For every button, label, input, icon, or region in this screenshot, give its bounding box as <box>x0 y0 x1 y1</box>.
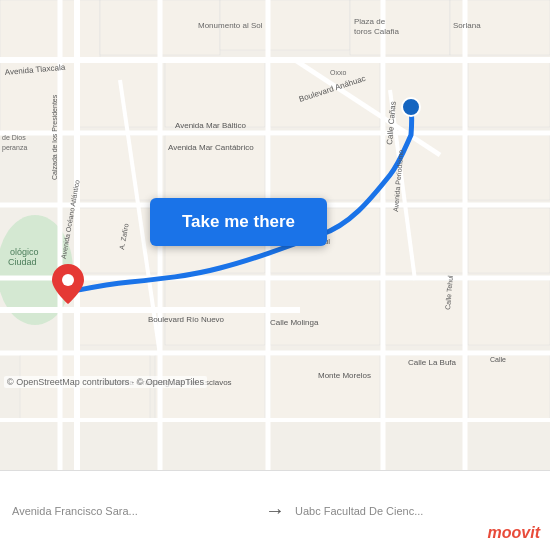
svg-rect-23 <box>385 208 465 273</box>
svg-rect-24 <box>468 208 550 273</box>
svg-text:Sorlana: Sorlana <box>453 21 481 30</box>
map-area: ológico Ciudad <box>0 0 550 470</box>
svg-text:ológico: ológico <box>10 247 39 257</box>
svg-text:Boulevard Río Nuevo: Boulevard Río Nuevo <box>148 315 225 324</box>
svg-text:Monumento al Sol: Monumento al Sol <box>198 21 263 30</box>
moovit-logo: moovit <box>488 524 540 542</box>
svg-text:Calle La Bufa: Calle La Bufa <box>408 358 457 367</box>
svg-text:de Dios: de Dios <box>2 134 26 141</box>
svg-rect-19 <box>468 135 550 200</box>
svg-rect-4 <box>0 0 100 60</box>
svg-rect-11 <box>165 62 265 127</box>
svg-text:Calle: Calle <box>490 356 506 363</box>
svg-rect-14 <box>468 62 550 127</box>
svg-point-75 <box>406 102 416 112</box>
svg-rect-34 <box>468 355 550 420</box>
svg-text:peranza: peranza <box>2 144 27 152</box>
take-me-there-button[interactable]: Take me there <box>150 198 327 246</box>
from-location: Avenida Francisco Sara... <box>12 505 255 517</box>
app-container: ológico Ciudad <box>0 0 550 550</box>
svg-text:Plaza de: Plaza de <box>354 17 386 26</box>
svg-text:Avenida Mar Báltico: Avenida Mar Báltico <box>175 121 247 130</box>
svg-rect-17 <box>270 135 380 200</box>
direction-arrow: → <box>265 499 285 522</box>
svg-rect-15 <box>78 135 158 200</box>
svg-rect-28 <box>385 280 465 345</box>
svg-rect-32 <box>270 355 380 420</box>
svg-text:Avenida Mar Cantábrico: Avenida Mar Cantábrico <box>168 143 254 152</box>
svg-text:Calle Molinga: Calle Molinga <box>270 318 319 327</box>
svg-text:Ciudad: Ciudad <box>8 257 37 267</box>
map-attribution: © OpenStreetMap contributors · © OpenMap… <box>4 376 207 388</box>
moovit-brand-text: moovit <box>488 524 540 542</box>
from-location-label: Avenida Francisco Sara... <box>12 505 255 517</box>
svg-text:Monte Morelos: Monte Morelos <box>318 371 371 380</box>
svg-text:toros Calafia: toros Calafia <box>354 27 399 36</box>
svg-rect-13 <box>385 62 465 127</box>
svg-rect-10 <box>78 62 158 127</box>
svg-text:Oxxo: Oxxo <box>330 69 346 76</box>
svg-rect-29 <box>468 280 550 345</box>
to-location-label: Uabc Facultad De Cienc... <box>295 505 538 517</box>
svg-text:Calzada de los Presidentes: Calzada de los Presidentes <box>51 94 58 180</box>
svg-point-76 <box>62 274 74 286</box>
bottom-bar: Avenida Francisco Sara... → Uabc Faculta… <box>0 470 550 550</box>
to-location: Uabc Facultad De Cienc... <box>295 505 538 517</box>
